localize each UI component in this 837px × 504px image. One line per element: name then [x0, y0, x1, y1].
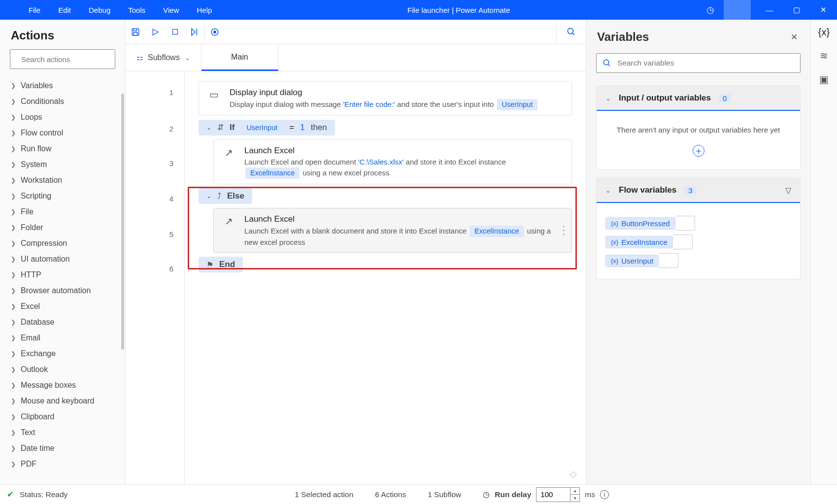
account-icon[interactable]: ◷	[697, 0, 724, 20]
action-mouse-and-keyboard[interactable]: ❯Mouse and keyboard	[0, 393, 125, 409]
flow-var-excelinstance[interactable]: {x}ExcelInstance	[605, 235, 791, 249]
maximize-button[interactable]: ▢	[783, 0, 810, 20]
action-loops[interactable]: ❯Loops	[0, 109, 125, 125]
action-message-boxes[interactable]: ❯Message boxes	[0, 377, 125, 393]
flow-variables-header[interactable]: ⌄ Flow variables 3 ▽	[597, 178, 800, 203]
info-icon[interactable]: i	[600, 490, 609, 499]
actions-search[interactable]	[10, 49, 115, 69]
flag-icon: ⚑	[206, 260, 213, 269]
tab-main[interactable]: Main	[201, 44, 278, 71]
line-number: 1	[126, 86, 184, 118]
run-delay-spinner[interactable]: ▴▾	[570, 487, 580, 502]
action-compression[interactable]: ❯Compression	[0, 235, 125, 251]
step-launch-excel-blank[interactable]: ↗ Launch Excel Launch Excel with a blank…	[213, 208, 572, 253]
action-ui-automation[interactable]: ❯UI automation	[0, 251, 125, 267]
step-button[interactable]	[185, 20, 204, 44]
add-io-variable-button[interactable]: ＋	[693, 145, 704, 157]
record-button[interactable]	[205, 20, 225, 44]
line-number: 6	[126, 257, 184, 281]
chevron-down-icon: ⌄	[605, 95, 611, 102]
subflow-bar: ⚏ Subflows ⌄ Main	[126, 44, 586, 71]
subflows-dropdown[interactable]: ⚏ Subflows ⌄	[126, 44, 201, 71]
action-http[interactable]: ❯HTTP	[0, 267, 125, 283]
action-scripting[interactable]: ❯Scripting	[0, 188, 125, 204]
action-text[interactable]: ❯Text	[0, 425, 125, 440]
action-browser-automation[interactable]: ❯Browser automation	[0, 283, 125, 299]
variable-icon: {x}	[611, 257, 618, 265]
close-panel-button[interactable]: ✕	[791, 32, 798, 42]
variable-pill-userinput[interactable]: UserInput	[241, 123, 282, 132]
line-gutter: 1 2 3 4 5 6	[126, 71, 185, 484]
io-count-badge: 0	[719, 94, 731, 102]
step-end[interactable]: ⚑ End	[199, 257, 243, 272]
step-launch-excel-open[interactable]: ↗ Launch Excel Launch Excel and open doc…	[213, 139, 572, 184]
action-exchange[interactable]: ❯Exchange	[0, 346, 125, 362]
run-delay-input[interactable]	[536, 487, 570, 502]
io-variables-header[interactable]: ⌄ Input / output variables 0	[597, 86, 800, 111]
branch-icon: ⤴	[217, 192, 221, 201]
if-value: 1	[300, 123, 304, 133]
menu-debug[interactable]: Debug	[80, 1, 119, 19]
chevron-down-icon: ⌄	[605, 187, 611, 194]
action-workstation[interactable]: ❯Workstation	[0, 172, 125, 188]
actions-search-input[interactable]	[21, 55, 115, 64]
action-outlook[interactable]: ❯Outlook	[0, 362, 125, 377]
canvas-search-button[interactable]	[556, 20, 586, 44]
action-flow-control[interactable]: ❯Flow control	[0, 125, 125, 141]
io-variables-group: ⌄ Input / output variables 0 There aren'…	[596, 86, 801, 170]
var-value-box[interactable]	[659, 253, 678, 268]
rail-variables-icon[interactable]: {x}	[818, 27, 830, 38]
flow-var-buttonpressed[interactable]: {x}ButtonPressed	[605, 216, 791, 231]
action-conditionals[interactable]: ❯Conditionals	[0, 94, 125, 109]
action-email[interactable]: ❯Email	[0, 330, 125, 346]
launch-icon: ↗	[222, 145, 235, 159]
chevron-right-icon: ❯	[11, 240, 16, 247]
chevron-right-icon: ❯	[11, 303, 16, 310]
action-database[interactable]: ❯Database	[0, 314, 125, 330]
action-system[interactable]: ❯System	[0, 157, 125, 172]
menu-view[interactable]: View	[154, 1, 188, 19]
step-else[interactable]: ⌄ ⤴ Else	[199, 188, 252, 204]
status-actions: 6 Actions	[375, 490, 406, 499]
chevron-right-icon: ❯	[11, 413, 16, 420]
variable-pill-excelinstance[interactable]: ExcelInstance	[469, 226, 524, 237]
save-button[interactable]	[126, 20, 145, 44]
run-button[interactable]	[145, 20, 165, 44]
eraser-icon[interactable]: ◇	[570, 469, 577, 479]
var-value-box[interactable]	[675, 216, 695, 231]
flow-var-userinput[interactable]: {x}UserInput	[605, 253, 791, 268]
menu-file[interactable]: File	[20, 1, 49, 19]
more-icon[interactable]: ●●●	[562, 225, 565, 236]
step-if[interactable]: ⌄ ⇵ If UserInput = 1 then	[199, 120, 335, 135]
action-variables[interactable]: ❯Variables	[0, 78, 125, 94]
menu-edit[interactable]: Edit	[49, 1, 80, 19]
action-pdf[interactable]: ❯PDF	[0, 456, 125, 472]
rail-images-icon[interactable]: ▣	[819, 73, 829, 85]
scrollbar-thumb[interactable]	[121, 94, 124, 350]
variables-search[interactable]	[596, 53, 801, 73]
action-run-flow[interactable]: ❯Run flow	[0, 141, 125, 157]
action-excel[interactable]: ❯Excel	[0, 299, 125, 314]
action-folder[interactable]: ❯Folder	[0, 220, 125, 235]
close-button[interactable]: ✕	[810, 0, 837, 20]
step-display-input-dialog[interactable]: ▭ Display input dialog Display input dia…	[199, 81, 572, 116]
chevron-right-icon: ❯	[11, 193, 16, 200]
rail-layers-icon[interactable]: ≋	[820, 50, 828, 62]
spin-up-icon[interactable]: ▴	[570, 488, 579, 495]
action-clipboard[interactable]: ❯Clipboard	[0, 409, 125, 425]
step-desc: Launch Excel and open document	[244, 158, 358, 166]
variable-pill-excelinstance[interactable]: ExcelInstance	[245, 168, 300, 179]
minimize-button[interactable]: ―	[756, 0, 783, 20]
subflows-label: Subflows	[148, 53, 180, 62]
flow-count-badge: 3	[684, 186, 696, 195]
stop-button[interactable]	[165, 20, 185, 44]
spin-down-icon[interactable]: ▾	[570, 495, 579, 502]
menu-help[interactable]: Help	[188, 1, 221, 19]
menu-tools[interactable]: Tools	[119, 1, 154, 19]
variables-search-input[interactable]	[617, 59, 794, 67]
var-value-box[interactable]	[673, 235, 693, 249]
variable-pill-userinput[interactable]: UserInput	[497, 99, 538, 110]
action-date-time[interactable]: ❯Date time	[0, 440, 125, 456]
action-file[interactable]: ❯File	[0, 204, 125, 220]
filter-icon[interactable]: ▽	[785, 186, 791, 195]
